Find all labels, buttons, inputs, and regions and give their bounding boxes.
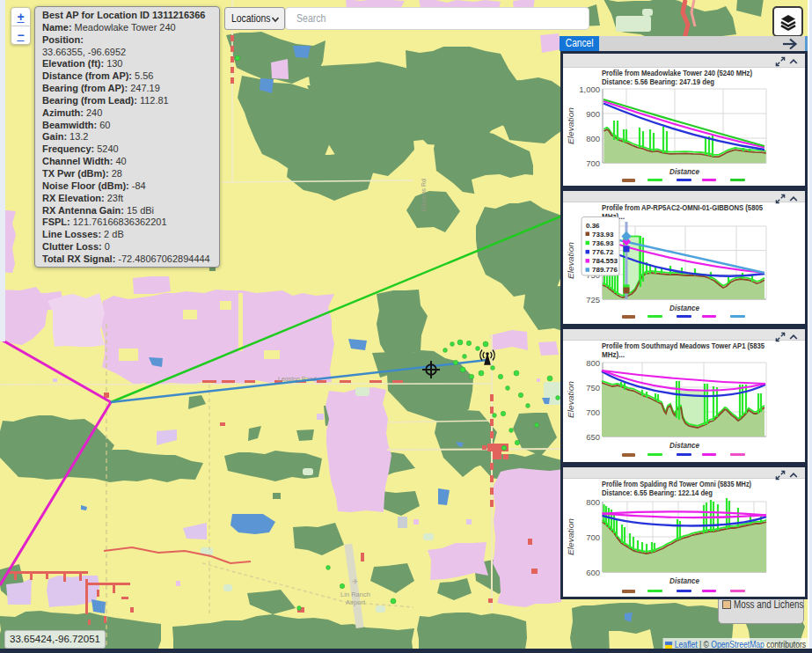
svg-text:MHz)...: MHz)... [602,350,625,359]
svg-text:Profile from Spalding Rd Tower: Profile from Spalding Rd Tower Omni (583… [602,480,751,488]
svg-text:Profile from Meadowlake Tower: Profile from Meadowlake Tower 240 (5240 … [602,69,752,77]
svg-text:725: 725 [586,295,600,304]
svg-text:1,000: 1,000 [579,84,600,94]
svg-text:700: 700 [586,532,600,542]
svg-text:800: 800 [586,358,600,368]
svg-text:0.36: 0.36 [586,222,600,230]
svg-text:736.93: 736.93 [592,239,614,247]
svg-text:Airport: Airport [346,598,366,606]
svg-text:784.553: 784.553 [592,257,618,265]
svg-text:Elevation: Elevation [567,242,575,279]
svg-text:✈: ✈ [352,577,359,586]
svg-text:900: 900 [586,109,600,119]
svg-text:Distance: 5.56 Bearing: 247.19: Distance: 5.56 Bearing: 247.19 deg [602,77,714,86]
svg-text:Distance: Distance [669,303,700,312]
svg-text:733.93: 733.93 [592,231,614,238]
svg-text:Lin Ranch: Lin Ranch [340,591,370,598]
svg-text:Elevation: Elevation [567,107,575,144]
svg-text:650: 650 [586,432,600,442]
svg-text:750: 750 [586,383,600,393]
svg-text:800: 800 [586,497,600,507]
svg-text:Elevation: Elevation [567,381,575,418]
svg-text:600: 600 [586,568,600,577]
svg-text:700: 700 [586,158,600,168]
svg-text:800: 800 [586,134,600,143]
svg-text:Distance: 6.55 Bearing: 122.14: Distance: 6.55 Bearing: 122.14 deg [602,488,713,497]
svg-text:Distance: Distance [669,440,700,450]
svg-text:Gibbons Rd: Gibbons Rd [421,179,427,211]
svg-text:789.776: 789.776 [592,266,618,274]
svg-text:Profile from Southmayd Meadows: Profile from Southmayd Meadows Tower AP1… [602,341,764,350]
svg-text:Distance: Distance [669,166,700,176]
svg-text:Elevation: Elevation [567,518,575,555]
svg-text:700: 700 [586,407,600,417]
svg-text:Profile from AP-RP5AC2-OMNI-01: Profile from AP-RP5AC2-OMNI-01-GIBBONS (… [602,203,763,212]
svg-text:776.72: 776.72 [592,248,614,256]
svg-text:Distance: Distance [669,576,700,585]
